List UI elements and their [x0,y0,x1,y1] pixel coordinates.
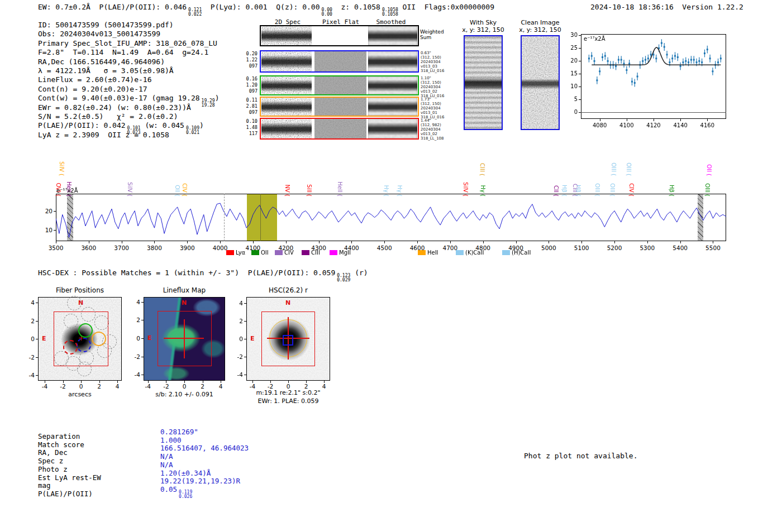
fiber-circle-gray [67,296,82,310]
emission-line-label: Hβ ( [561,163,568,196]
dark-band-overlay [368,51,417,71]
y-tick-mark [36,375,38,376]
spec2d-cell-raw [261,98,312,116]
x-tick-label: 2 [93,383,106,390]
legend-swatch [330,250,337,255]
text-segment: ) [215,94,220,102]
emission-line-label: OIII ( [609,163,616,196]
match-table-value: 166.516407, 46.964023 [160,444,249,452]
left-label-line: 0.16 [235,76,258,82]
left-label-line: 2.81 [235,103,258,109]
left-label-line: 1.22 [235,57,258,63]
text-segment: Cont(n) = 9.20(±0.20)e-17 [38,85,147,93]
x-tick-label: 4140 [671,122,689,128]
spec2d-cell-empty [314,26,366,45]
x-tick-mark [614,241,615,243]
legend-swatch [302,250,309,255]
x-tick-label: 4160 [698,122,716,128]
legend-swatch [418,250,426,255]
spec2d-cell-smoothed [368,76,417,94]
legend-label: (K)CaII [465,250,484,256]
text-segment: HSC-DEX : Possible Matches = 1 (within +… [38,269,335,277]
x-tick-mark [220,241,221,243]
x-tick-mark [417,241,418,243]
dark-band-overlay [368,26,417,45]
dark-band-overlay [261,76,312,94]
fiber-circle-gray [81,307,96,322]
x-tick-label: 0 [178,383,191,390]
emission-line-label: SiII ( [306,163,312,196]
emission-line-label: Hβ ( [669,163,675,196]
text-segment: 19.22(19.21,19.23)R [160,477,240,485]
marker-vline-dotted [260,194,261,241]
y-tick-mark [54,211,56,212]
emission-line-label: CIV ( [628,163,635,196]
right-label-line: 20240304 [421,85,444,89]
fraction-lower: 0.1058 [382,12,398,17]
text-segment: LineFlux = 2.60(±0.74)e-16 [38,75,152,84]
info-line: Obs: 20240304v013_5001473599 [38,30,160,38]
summary-header-line: EW: 0.7±0.2Å P(LAE)/P(OII): 0.0460.1210.… [38,3,494,17]
catalog-position-square [283,335,293,346]
y-tick-mark [141,338,144,339]
y-tick-label: 0 [565,109,578,115]
text-segment: ) [199,121,204,130]
x-tick-label: 4120 [645,122,662,128]
left-label-line: 1.48 [235,124,258,131]
stacked-fraction: 0.1190.026 [179,490,192,499]
x-tick-mark [549,241,549,243]
match-table-value: 1.000 [160,436,182,444]
y-tick-mark [141,357,144,357]
y-tick-label: 2 [130,317,140,323]
match-table-label: Spec z [38,457,63,465]
y-tick-label: 5 [565,96,578,102]
y-tick-label: 2 [233,318,243,324]
y-tick-mark [36,321,38,322]
compass-east: E [250,335,255,342]
emission-line-label: NV ( [284,163,290,196]
spec2d-cell-smoothed [368,98,417,116]
x-tick-label: 3500 [45,245,67,251]
clean-image [521,35,560,130]
spec2d-row-right-label: 1.10"(312, 150)20240304v013_02318_LU_016 [421,76,444,98]
fiber-circle-colored [92,332,106,346]
legend-label: CIV [284,250,294,256]
fiber-circle-colored [77,338,91,352]
y-tick-mark [579,112,581,113]
compass-north: N [182,299,187,306]
right-label-line: 318_LL_108 [421,136,444,141]
stacked-fraction: 0.000.00 [322,8,332,17]
x-tick-label: 4 [214,383,227,390]
right-label-line: v013_02 [421,89,444,94]
left-label-line: 117 [235,131,258,137]
fraction-lower: 0.029 [337,278,350,282]
y-tick-mark [54,230,56,231]
info-line: Primary Spec_Slot_IFU_AMP: 318_026_078_L… [38,39,217,47]
compass-east: E [147,334,152,342]
emission-line-label: Hβ ( [575,163,581,196]
match-table-label: RA, Dec [38,448,68,457]
right-label-line: (312, 150) [421,55,444,60]
right-label-line: 20240304 [421,60,444,64]
text-segment: P(Lyα): 0.001 Q(z): 0.00 [202,3,320,11]
y-tick-label: -2 [130,353,140,360]
match-table-value: 0.281269" [160,428,198,436]
x-tick-label: -2 [56,383,70,390]
fiber-xlabel: arcsecs [24,391,136,398]
spec2d-cell-pixelflat [314,119,366,138]
elixer-report-page: EW: 0.7±0.2Å P(LAE)/P(OII): 0.0460.1210.… [0,0,782,532]
x-tick-mark [581,241,582,243]
x-tick-label: 5100 [570,245,593,251]
marker-vline-dashed [224,194,225,241]
match-table-value: 1.20(±0.34)Å [160,469,211,477]
x-tick-mark [647,241,648,243]
clean-image-coords: x, y: 312, 150 [507,26,574,33]
x-tick-mark [600,119,600,121]
y-tick-label: -2 [25,354,35,361]
text-segment: Cont(w) = 9.40(±0.03)e-17 (gmag 19.28 [38,94,200,102]
emission-line-label: Hγ ( [383,163,389,196]
info-line: λ = 4122.19Å σ = 3.05(±0.98)Å [38,66,174,75]
match-table-value: 19.22(19.21,19.23)R [160,477,240,485]
y-tick-label: -4 [25,372,35,378]
x-tick-label: 2 [196,383,209,390]
